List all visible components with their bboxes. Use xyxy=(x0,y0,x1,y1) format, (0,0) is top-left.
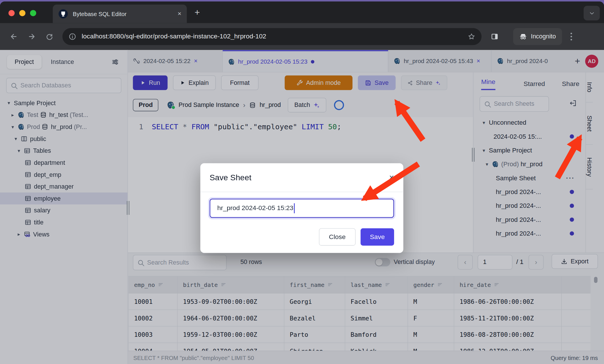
tab-close-icon[interactable]: × xyxy=(178,10,181,18)
macos-close-button[interactable] xyxy=(9,10,15,16)
dialog-save-button[interactable]: Save xyxy=(361,228,394,246)
screen: Bytebase SQL Editor × + localhost:8080/s… xyxy=(0,0,604,364)
new-tab-button[interactable]: + xyxy=(194,8,200,17)
tab-search-button[interactable] xyxy=(584,6,600,20)
macos-zoom-button[interactable] xyxy=(30,10,36,16)
reload-icon[interactable] xyxy=(45,33,53,40)
side-panel-icon[interactable] xyxy=(491,33,498,40)
browser-navbar: localhost:8080/sql-editor/prod-sample-in… xyxy=(0,23,604,50)
sheet-name-input[interactable]: hr_prod 2024-02-05 15:23 xyxy=(210,199,394,218)
incognito-label: Incognito xyxy=(531,33,556,40)
incognito-badge: Incognito xyxy=(513,28,562,45)
forward-icon[interactable] xyxy=(28,33,36,40)
macos-minimize-button[interactable] xyxy=(19,10,25,16)
chevron-down-icon xyxy=(589,10,595,16)
site-info-icon[interactable] xyxy=(69,33,76,40)
address-bar[interactable]: localhost:8080/sql-editor/prod-sample-in… xyxy=(63,28,482,45)
dialog-header: Save Sheet × xyxy=(200,163,403,192)
incognito-icon xyxy=(519,33,527,40)
browser-tab-title: Bytebase SQL Editor xyxy=(73,11,126,17)
browser-window: Bytebase SQL Editor × + localhost:8080/s… xyxy=(0,1,604,364)
dialog-close-icon[interactable]: × xyxy=(389,173,394,183)
sheet-name-value: hr_prod 2024-02-05 15:23 xyxy=(217,204,293,212)
dialog-close-button[interactable]: Close xyxy=(319,228,356,246)
bookmark-star-icon[interactable] xyxy=(468,33,476,40)
save-sheet-dialog: Save Sheet × hr_prod 2024-02-05 15:23 Cl… xyxy=(200,163,403,253)
url-text[interactable]: localhost:8080/sql-editor/prod-sample-in… xyxy=(82,33,266,40)
browser-tabstrip: Bytebase SQL Editor × + xyxy=(0,1,604,23)
browser-tab[interactable]: Bytebase SQL Editor × xyxy=(53,5,187,23)
browser-menu-button[interactable] xyxy=(570,33,572,40)
text-cursor xyxy=(294,203,295,213)
bytebase-favicon xyxy=(58,9,68,19)
dialog-title: Save Sheet xyxy=(210,173,252,182)
back-icon[interactable] xyxy=(10,33,18,40)
